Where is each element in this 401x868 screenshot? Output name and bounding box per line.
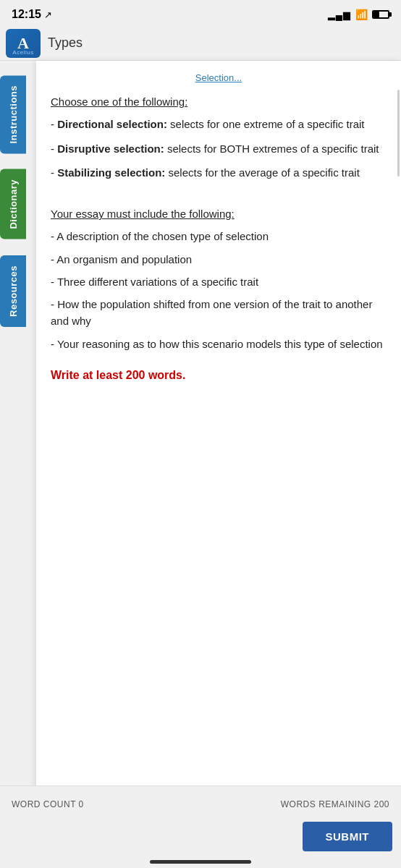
home-indicator: [150, 860, 251, 864]
battery-icon: [372, 10, 389, 19]
words-remaining-label: WORDS REMAINING 200: [281, 799, 389, 809]
essay-item-4: - Your reasoning as to how this scenario…: [51, 336, 387, 352]
selection-stabilizing: - Stabilizing selection: selects for the…: [51, 164, 387, 181]
directional-label: Directional selection:: [57, 118, 167, 130]
essay-section: Your essay must include the following: -…: [51, 205, 387, 385]
status-bar: 12:15 ↗ ▂▄▆ 📶: [0, 0, 401, 26]
essay-item-3: - How the population shifted from one ve…: [51, 296, 387, 330]
essay-heading: Your essay must include the following:: [51, 205, 387, 222]
disruptive-desc: selects for BOTH extremes of a specific …: [167, 142, 379, 155]
bottom-bar: WORD COUNT 0 WORDS REMAINING 200 SUBMIT: [0, 786, 401, 868]
word-requirement: Write at least 200 words.: [51, 367, 387, 385]
selection-disruptive: - Disruptive selection: selects for BOTH…: [51, 140, 387, 157]
signal-bars-icon: ▂▄▆: [328, 9, 351, 20]
disruptive-label: Disruptive selection:: [57, 142, 164, 155]
tab-dictionary[interactable]: Dictionary: [0, 169, 26, 239]
section-title-scrolled: Selection...: [51, 72, 387, 83]
location-arrow-icon: ↗: [44, 9, 52, 20]
stabilizing-label: Stabilizing selection:: [57, 166, 165, 179]
status-time: 12:15: [12, 8, 41, 21]
tab-instructions[interactable]: Instructions: [0, 75, 26, 153]
essay-item-2: - Three different variations of a specif…: [51, 273, 387, 290]
bottom-stats-row: WORD COUNT 0 WORDS REMAINING 200: [0, 786, 401, 819]
choose-heading: Choose one of the following:: [51, 93, 387, 110]
directional-desc: selects for one extreme of a specific tr…: [170, 118, 364, 130]
word-count-label: WORD COUNT 0: [12, 799, 84, 809]
tab-resources[interactable]: Resources: [0, 255, 26, 327]
wifi-icon: 📶: [355, 9, 368, 20]
scrollbar[interactable]: [397, 90, 400, 176]
app-header: A Acellus Types: [0, 26, 401, 61]
page-title: Types: [48, 35, 83, 51]
submit-row: SUBMIT: [0, 819, 401, 856]
status-icons: ▂▄▆ 📶: [328, 9, 389, 20]
logo-subtext: Acellus: [12, 49, 33, 56]
main-layout: Instructions Dictionary Resources Select…: [0, 61, 401, 820]
essay-item-1: - An organism and population: [51, 251, 387, 268]
acellus-logo[interactable]: A Acellus: [6, 29, 41, 58]
stabilizing-desc: selects for the average of a specific tr…: [169, 166, 360, 179]
selection-directional: - Directional selection: selects for one…: [51, 116, 387, 132]
instruction-block: Choose one of the following: - Direction…: [51, 93, 387, 385]
submit-button[interactable]: SUBMIT: [303, 822, 393, 851]
side-tabs: Instructions Dictionary Resources: [0, 61, 30, 328]
essay-item-0: - A description of the chosen type of se…: [51, 228, 387, 244]
content-area: Selection... Choose one of the following…: [36, 61, 401, 820]
